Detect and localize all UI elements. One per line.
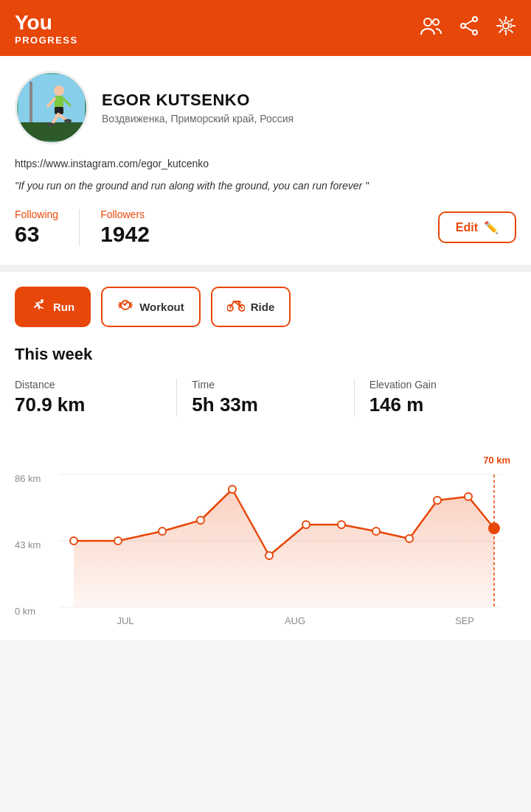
metric-elevation: Elevation Gain 146 m [355,379,516,416]
activity-chart: 86 km 43 km 0 km [15,434,516,640]
metric-distance: Distance 70.9 km [15,379,177,416]
svg-text:JUL: JUL [117,615,133,626]
profile-section: EGOR KUTSENKO Воздвиженка, Приморский кр… [0,56,531,265]
svg-point-43 [489,523,499,533]
metrics-row: Distance 70.9 km Time 5h 33m Elevation G… [15,379,516,416]
avatar [15,71,88,144]
metric-time: Time 5h 33m [177,379,354,416]
profile-top: EGOR KUTSENKO Воздвиженка, Приморский кр… [15,71,516,144]
settings-icon[interactable] [496,15,516,41]
profile-name: EGOR KUTSENKO [102,91,294,110]
svg-point-32 [159,528,166,535]
following-label: Following [15,209,58,220]
svg-point-30 [70,537,77,545]
section-divider [0,265,531,272]
header-title-block: You PROGRESS [15,12,78,46]
metric-distance-label: Distance [15,379,162,391]
workout-icon [117,297,133,317]
profile-info: EGOR KUTSENKO Воздвиженка, Приморский кр… [102,91,294,125]
svg-point-36 [302,521,310,528]
svg-point-7 [503,23,509,29]
header-title: You [15,12,78,35]
metric-time-value: 5h 33m [192,393,339,416]
svg-point-0 [424,18,431,26]
svg-text:SEP: SEP [455,615,474,626]
header-icons [420,15,516,41]
svg-point-2 [473,17,477,21]
tab-ride-label: Ride [251,301,275,313]
svg-text:86 km: 86 km [15,473,41,484]
following-count: 63 [15,222,58,247]
profile-link[interactable]: https://www.instagram.com/egor_kutcenko [15,158,516,169]
svg-text:43 km: 43 km [15,539,41,550]
ride-icon [227,298,245,316]
share-icon[interactable] [459,15,479,41]
metric-distance-value: 70.9 km [15,393,162,416]
tab-row: Run Workout [15,287,516,327]
following-block[interactable]: Following 63 [15,209,58,247]
svg-point-38 [372,528,380,535]
svg-point-39 [406,535,413,542]
svg-line-5 [465,21,473,25]
followers-block[interactable]: Followers 1942 [100,209,150,247]
svg-point-18 [47,122,55,126]
edit-button[interactable]: Edit ✏️ [438,211,516,243]
svg-line-6 [465,27,473,32]
profile-location: Воздвиженка, Приморский край, Россия [102,113,294,125]
svg-point-35 [266,552,273,559]
followers-label: Followers [100,209,150,220]
svg-point-31 [114,537,122,545]
followers-count: 1942 [100,222,150,247]
svg-point-33 [197,517,204,524]
tab-ride[interactable]: Ride [211,287,291,327]
run-icon [31,297,47,317]
metric-time-label: Time [192,379,339,391]
svg-point-34 [229,486,236,493]
profile-quote: "If you run on the ground and run along … [15,178,516,194]
stat-divider [79,209,80,246]
metric-elevation-value: 146 m [369,393,516,416]
metric-elevation-label: Elevation Gain [369,379,516,391]
tab-workout[interactable]: Workout [101,287,201,327]
edit-button-label: Edit [456,221,478,234]
svg-point-4 [473,30,477,35]
svg-point-37 [338,521,345,528]
edit-pencil-icon: ✏️ [484,220,499,234]
tab-run-label: Run [53,301,74,313]
activity-section: Run Workout [0,272,531,640]
svg-point-41 [465,493,472,500]
header: You PROGRESS [0,0,531,56]
svg-text:AUG: AUG [285,615,305,626]
tab-run[interactable]: Run [15,287,91,327]
chart-current-label: 70 km [483,455,510,466]
svg-text:0 km: 0 km [15,606,35,617]
svg-rect-11 [30,82,32,122]
chart-container: 70 km 86 km 43 km 0 km [15,434,516,640]
svg-point-1 [433,19,439,25]
header-subtitle: PROGRESS [15,35,78,46]
svg-point-12 [54,85,64,96]
stats-row: Following 63 Followers 1942 Edit ✏️ [15,209,516,247]
svg-point-3 [461,24,465,28]
svg-point-40 [434,497,441,504]
svg-point-20 [64,119,72,122]
week-title: This week [15,345,516,364]
svg-marker-29 [74,489,494,607]
tab-workout-label: Workout [139,301,184,313]
group-icon[interactable] [420,16,442,41]
